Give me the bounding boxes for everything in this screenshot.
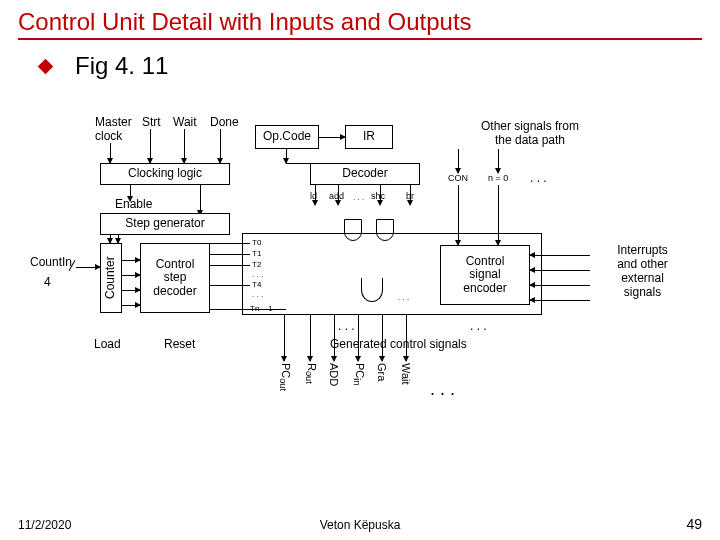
label-strt: Strt bbox=[142, 115, 161, 129]
wire-done bbox=[220, 129, 221, 163]
dots-gen-r: . . . bbox=[470, 319, 487, 333]
sig-gra: Gra bbox=[376, 363, 388, 381]
label-cond-dots: . . . bbox=[530, 171, 547, 185]
footer-author: Veton Këpuska bbox=[320, 518, 401, 532]
box-stepgen: Step generator bbox=[100, 213, 230, 235]
sig-add: ADD bbox=[328, 363, 340, 386]
label-enable: Enable bbox=[115, 197, 152, 211]
label-dec-dots: . . . bbox=[353, 193, 364, 202]
wire-con bbox=[458, 149, 459, 173]
wire-ir-dec bbox=[286, 149, 287, 163]
wire-cnt-dec4 bbox=[122, 305, 140, 306]
sig-rout: Rout bbox=[304, 363, 318, 384]
sig-pcout: PCout bbox=[278, 363, 292, 391]
label-br: br bbox=[406, 191, 414, 201]
title-underline bbox=[18, 38, 702, 40]
box-clocking: Clocking logic bbox=[100, 163, 230, 185]
label-shc: shc bbox=[371, 191, 385, 201]
wire-sig1 bbox=[284, 315, 285, 361]
sig-dots: . . . bbox=[430, 379, 455, 400]
label-ld: ld bbox=[310, 191, 317, 201]
wire-clk-step bbox=[200, 185, 201, 215]
wire-sig2 bbox=[310, 315, 311, 361]
bullet-icon bbox=[38, 58, 54, 74]
sig-pcin: PCin bbox=[352, 363, 366, 385]
box-decoder: Decoder bbox=[310, 163, 420, 185]
label-wait: Wait bbox=[173, 115, 197, 129]
label-gen-sig: Generated control signals bbox=[330, 337, 467, 351]
footer-page: 49 bbox=[686, 516, 702, 532]
wire-sig5 bbox=[382, 315, 383, 361]
label-con: CON bbox=[448, 173, 468, 183]
wire-sig3 bbox=[334, 315, 335, 361]
label-interrupts: Interrupts and other external signals bbox=[590, 243, 695, 299]
wire-sig4 bbox=[358, 315, 359, 361]
wire-sig6 bbox=[406, 315, 407, 361]
label-master-clock: Master clock bbox=[95, 115, 132, 143]
encoder-boundary bbox=[242, 233, 542, 315]
wire-stepgen-cnt1 bbox=[110, 235, 111, 243]
label-other-signals: Other signals from the data path bbox=[450, 119, 610, 147]
label-done: Done bbox=[210, 115, 239, 129]
label-load: Load bbox=[94, 337, 121, 351]
dots-gen-l: . . . bbox=[338, 319, 355, 333]
box-ctrl-step-decoder: Control step decoder bbox=[140, 243, 210, 313]
wire-cnt-dec1 bbox=[122, 260, 140, 261]
wire-neq0 bbox=[498, 149, 499, 173]
figure-label: Fig 4. 11 bbox=[75, 52, 168, 80]
wire-wait bbox=[184, 129, 185, 163]
wire-cnt-dec2 bbox=[122, 275, 140, 276]
figure-line: Fig 4. 11 bbox=[40, 52, 720, 80]
sig-wait: Wait bbox=[400, 363, 412, 385]
label-countin: CountIn bbox=[30, 255, 72, 269]
footer-date: 11/2/2020 bbox=[18, 518, 71, 532]
box-opcode: Op.Code bbox=[255, 125, 319, 149]
wire-mclk bbox=[110, 143, 111, 163]
wire-countin bbox=[76, 267, 100, 268]
label-neq0: n = 0 bbox=[488, 173, 508, 183]
wire-opcode-ir bbox=[319, 137, 345, 138]
diagram: Master clock Strt Wait Done Op.Code IR O… bbox=[60, 115, 700, 445]
label-add: add bbox=[329, 191, 344, 201]
box-counter: Counter bbox=[100, 243, 122, 313]
wire-strt bbox=[150, 129, 151, 163]
label-four: 4 bbox=[44, 275, 51, 289]
wire-cnt-dec3 bbox=[122, 290, 140, 291]
page-title: Control Unit Detail with Inputs and Outp… bbox=[0, 0, 720, 38]
wire-dec-side bbox=[286, 163, 310, 164]
wire-stepgen-cnt2 bbox=[118, 235, 119, 243]
box-ir: IR bbox=[345, 125, 393, 149]
label-reset: Reset bbox=[164, 337, 195, 351]
